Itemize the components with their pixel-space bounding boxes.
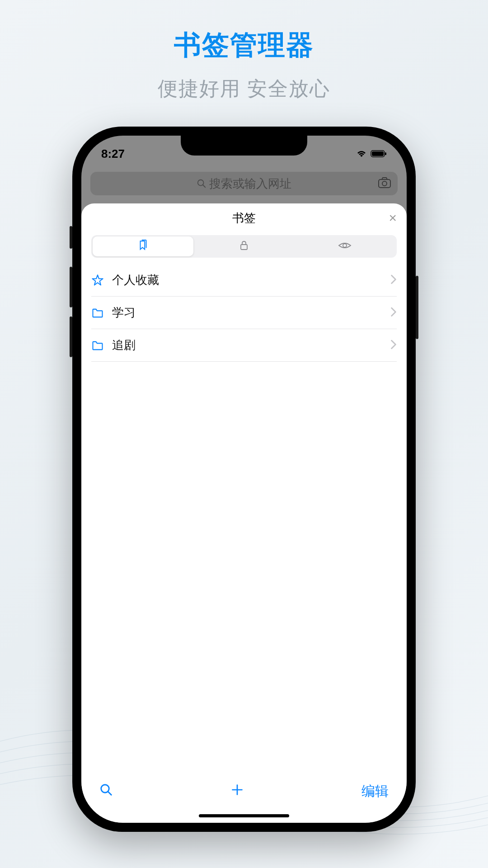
- sheet-header: 书签 ×: [81, 203, 407, 232]
- svg-rect-1: [372, 151, 384, 156]
- battery-icon: [371, 150, 387, 158]
- phone-screen: 8:27 搜索或输入网址 书签 ×: [81, 136, 407, 823]
- phone-mockup: 8:27 搜索或输入网址 书签 ×: [72, 127, 416, 832]
- svg-rect-2: [385, 152, 386, 155]
- chevron-right-icon: [390, 307, 397, 319]
- segmented-control: [91, 235, 397, 258]
- svg-line-4: [203, 185, 206, 188]
- status-icons: [356, 150, 387, 158]
- search-button[interactable]: [99, 783, 113, 800]
- home-indicator[interactable]: [199, 814, 289, 817]
- power-button: [416, 276, 418, 339]
- list-item-label: 追剧: [109, 337, 390, 353]
- promo-title: 书签管理器: [0, 27, 488, 64]
- silence-switch: [70, 226, 72, 249]
- folder-icon: [91, 339, 109, 352]
- tab-bookmarks[interactable]: [93, 236, 193, 256]
- edit-button[interactable]: 编辑: [361, 782, 389, 801]
- tab-history[interactable]: [295, 236, 395, 256]
- volume-up-button: [70, 267, 72, 307]
- bookmarks-list: 个人收藏 学习: [81, 264, 407, 773]
- promo-subtitle: 便捷好用 安全放心: [0, 75, 488, 102]
- camera-icon[interactable]: [378, 177, 391, 190]
- sheet-title: 书签: [232, 210, 256, 226]
- svg-point-6: [382, 181, 387, 186]
- bookmarks-sheet: 书签 ×: [81, 203, 407, 823]
- notch: [181, 136, 307, 156]
- add-button[interactable]: [231, 783, 244, 799]
- volume-down-button: [70, 316, 72, 357]
- search-icon: [99, 783, 113, 800]
- star-icon: [91, 274, 109, 287]
- tab-private[interactable]: [193, 236, 294, 256]
- list-item-label: 个人收藏: [109, 272, 390, 288]
- list-item[interactable]: 追剧: [91, 329, 397, 362]
- svg-rect-5: [379, 179, 390, 188]
- eye-icon: [338, 240, 352, 253]
- plus-icon: [231, 783, 244, 799]
- search-placeholder: 搜索或输入网址: [197, 176, 291, 192]
- svg-point-8: [343, 244, 347, 247]
- bookmarks-icon: [137, 240, 149, 253]
- lock-icon: [239, 240, 249, 253]
- list-item[interactable]: 学习: [91, 297, 397, 329]
- list-item-label: 学习: [109, 305, 390, 321]
- svg-line-10: [108, 791, 112, 795]
- close-button[interactable]: ×: [389, 211, 397, 225]
- chevron-right-icon: [390, 340, 397, 351]
- wifi-icon: [356, 150, 367, 158]
- folder-icon: [91, 307, 109, 319]
- address-bar[interactable]: 搜索或输入网址: [90, 172, 398, 195]
- status-time: 8:27: [101, 147, 125, 161]
- list-item[interactable]: 个人收藏: [91, 264, 397, 297]
- search-placeholder-text: 搜索或输入网址: [209, 176, 291, 192]
- svg-rect-7: [241, 245, 247, 250]
- chevron-right-icon: [390, 274, 397, 286]
